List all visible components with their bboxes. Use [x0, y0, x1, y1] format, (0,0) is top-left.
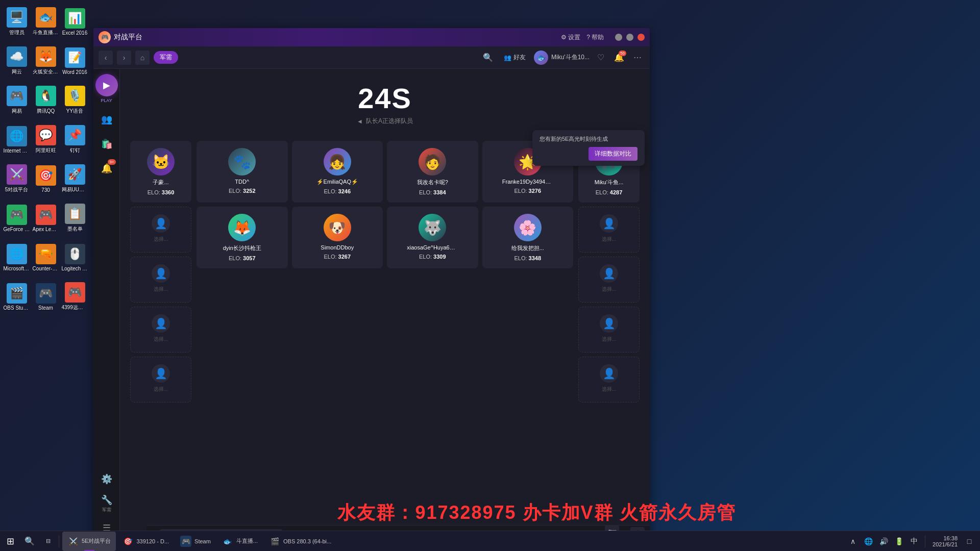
back-button[interactable]: ‹ [99, 51, 113, 65]
close-button[interactable]: × [638, 34, 645, 41]
empty-slot-right-1[interactable]: 👤 选择... [578, 207, 640, 253]
desktop-icon-molist[interactable]: 📋 墨名单 [61, 199, 89, 237]
desktop-icon-admin[interactable]: 🖥️ 管理员 [3, 3, 31, 41]
player-card-xiaosa[interactable]: 🐺 xiaosaGe^Huya610... ELO: 3309 [387, 207, 478, 268]
notification-action-button[interactable]: 详细数据对比 [589, 147, 638, 161]
taskbar-item-douyu[interactable]: 🐟 斗直播... [217, 532, 263, 551]
sidebar-item-team[interactable]: 👥 [96, 109, 117, 130]
desktop-icon-msedge[interactable]: 🌐 Microsoft Edge [3, 238, 31, 277]
taskbar-item-obs[interactable]: 🎬 OBS 280.3 (64-bi... [264, 532, 336, 551]
desktop-icon-douyu[interactable]: 🐟 斗鱼直播伴侣 [32, 3, 60, 41]
tool-icon: 🔧 [101, 494, 112, 506]
friends-button[interactable]: 👥 好友 [500, 51, 530, 64]
player-card-gaikaming[interactable]: 🧑 我改名卡呢? ELO: 3384 [387, 141, 478, 203]
maximize-button[interactable]: □ [626, 34, 633, 41]
empty-slot-left-1[interactable]: 👤 选择... [130, 207, 191, 253]
taskbar-taskview[interactable]: ⊟ [41, 532, 56, 551]
empty-avatar-icon-8: 👤 [600, 364, 618, 383]
sidebar-item-junshu[interactable]: 🔧 军需 [96, 493, 117, 514]
player-card-leader[interactable]: 🐱 子豪... ELO: 3360 [130, 141, 191, 203]
player-elo-leader: ELO: 3360 [148, 189, 175, 195]
empty-slot-left-3[interactable]: 👤 选择... [130, 307, 191, 353]
player-card-tdd[interactable]: 🐾 TDD^ ELO: 3252 [197, 141, 288, 203]
system-clock[interactable]: 16:38 2021/6/21 [929, 535, 961, 547]
systray-cn[interactable]: 中 [908, 535, 921, 548]
home-button[interactable]: ⌂ [135, 51, 150, 65]
play-circle-button[interactable]: ▶ [95, 74, 118, 96]
favorite-button[interactable]: ♡ [594, 51, 608, 65]
taskbar-item-5v5[interactable]: ⚔️ 5E对战平台 [62, 532, 116, 551]
desktop-icon-csglobal[interactable]: 🔫 Counter-S... Global Off... [32, 238, 60, 277]
taskbar-search-button[interactable]: 🔍 [20, 532, 39, 550]
player-avatar-gaikaming: 🧑 [419, 148, 446, 176]
heart-icon: ♡ [597, 53, 604, 62]
empty-avatar-icon-2: 👤 [152, 264, 170, 283]
desktop-icon-730[interactable]: 🎯 730 [32, 160, 60, 198]
search-button[interactable]: 🔍 [480, 50, 496, 65]
minimize-button[interactable]: — [615, 34, 622, 41]
desktop-icon-uu[interactable]: 🚀 网易UU加速器 [61, 160, 89, 198]
settings-button[interactable]: ⚙ 设置 [561, 33, 580, 42]
sidebar-item-shop[interactable]: 🛍️ [96, 134, 117, 154]
play-label: PLAY [101, 98, 112, 103]
more-button[interactable]: ⋯ [630, 51, 645, 65]
forward-button[interactable]: › [117, 51, 131, 65]
desktop-icon-ding[interactable]: 📌 钉钉 [61, 120, 89, 159]
desktop-icon-obs[interactable]: 🎬 OBS Studio [3, 278, 31, 316]
help-button[interactable]: ? 帮助 [586, 33, 604, 42]
player-name-xiaosa: xiaosaGe^Huya610... [407, 244, 458, 251]
empty-slot-right-3[interactable]: 👤 选择... [578, 307, 640, 353]
desktop-icon-wangyun[interactable]: ☁️ 网云 [3, 42, 31, 80]
desktop-icon-apex[interactable]: 🎮 Apex Legends [32, 199, 60, 237]
app-logo-icon: 🎮 [99, 31, 111, 43]
desktop-icon-excel[interactable]: 📊 Excel 2016 [61, 3, 89, 41]
taskbar-item-steam[interactable]: 🎮 Steam [175, 532, 216, 551]
desktop-icon-logitech[interactable]: 🖱️ Logitech G HUB [61, 238, 89, 277]
notification-button[interactable]: 🔔 50 [612, 51, 626, 65]
systray-arrow[interactable]: ∧ [846, 535, 860, 548]
systray-battery[interactable]: 🔋 [892, 535, 905, 548]
desktop-icon-word[interactable]: 📝 Word 2016 [61, 42, 89, 80]
player-name-geiwo: 给我发把担... [511, 244, 544, 252]
nav-bar: ‹ › ⌂ 军需 🔍 👥 好友 🐟 Miku'斗鱼10... ♡ 🔔 50 [93, 46, 650, 69]
user-avatar: 🐟 [534, 51, 548, 65]
desktop-icon-yy[interactable]: 🎙️ YY语音 [61, 81, 89, 119]
desktop-icon-5v5[interactable]: ⚔️ 5对战平台 [3, 160, 31, 198]
player-name-tdd: TDD^ [235, 179, 249, 185]
player-avatar-xiaosa: 🐺 [419, 214, 446, 241]
timer-section: 24S ◄ 队长A正选择队员 [120, 69, 650, 136]
systray-network[interactable]: 🌐 [862, 535, 875, 548]
desktop-icon-geforce[interactable]: 🎮 GeForce Experience [3, 199, 31, 237]
start-button[interactable]: ⊞ [0, 531, 20, 552]
desktop-icon-steam[interactable]: 🎮 Steam [32, 278, 60, 316]
show-desktop-button[interactable]: □ [963, 535, 976, 548]
empty-slot-left-4[interactable]: 👤 选择... [130, 357, 191, 403]
desktop-icon-qqmusic[interactable]: 🐧 腾讯QQ [32, 81, 60, 119]
empty-slot-right-4[interactable]: 👤 选择... [578, 357, 640, 403]
desktop-icon-wangyi[interactable]: 🎮 网易 [3, 81, 31, 119]
sidebar-item-settings[interactable]: ⚙️ [96, 469, 117, 489]
player-card-emilia[interactable]: 👧 ⚡EmiliaQAQ⚡ ELO: 3246 [292, 141, 383, 203]
windows-icon: ⊞ [7, 536, 14, 547]
sidebar-item-notification[interactable]: 🔔 9+ [96, 158, 117, 179]
taskbar-item-csgo[interactable]: 🎯 339120 - D... [117, 532, 174, 551]
player-name-dyin: dyin长沙抖枪王 [223, 244, 261, 252]
player-elo-dyin: ELO: 3057 [229, 255, 256, 261]
player-elo-tdd: ELO: 3252 [229, 188, 256, 194]
player-card-simon[interactable]: 🐶 SimonDDboy ELO: 3267 [292, 207, 383, 268]
desktop-icon-ie[interactable]: 🌐 Internet Explorer [3, 120, 31, 159]
desktop-icon-4399[interactable]: 🎮 4399远游戏 [61, 278, 89, 316]
timer-arrow-icon: ◄ [357, 118, 363, 125]
empty-avatar-icon: 👤 [152, 214, 170, 233]
sidebar: ▶ PLAY 👥 🛍️ 🔔 9+ ⚙️ 🔧 [93, 69, 120, 543]
desktop-icon-huohu[interactable]: 🦊 火狐安全软件 [32, 42, 60, 80]
desktop-icon-aliwangwang[interactable]: 💬 阿里旺旺 [32, 120, 60, 159]
empty-slot-left-2[interactable]: 👤 选择... [130, 257, 191, 303]
systray-sound[interactable]: 🔊 [877, 535, 890, 548]
sidebar-item-play[interactable]: ▶ PLAY [95, 74, 118, 103]
user-profile[interactable]: 🐟 Miku'斗鱼10... [534, 51, 590, 65]
empty-slot-right-2[interactable]: 👤 选择... [578, 257, 640, 303]
player-card-geiwo[interactable]: 🌸 给我发把担... ELO: 3348 [482, 207, 574, 268]
player-card-dyin[interactable]: 🦊 dyin长沙抖枪王 ELO: 3057 [197, 207, 288, 268]
nav-tag-junshu[interactable]: 军需 [154, 51, 178, 64]
